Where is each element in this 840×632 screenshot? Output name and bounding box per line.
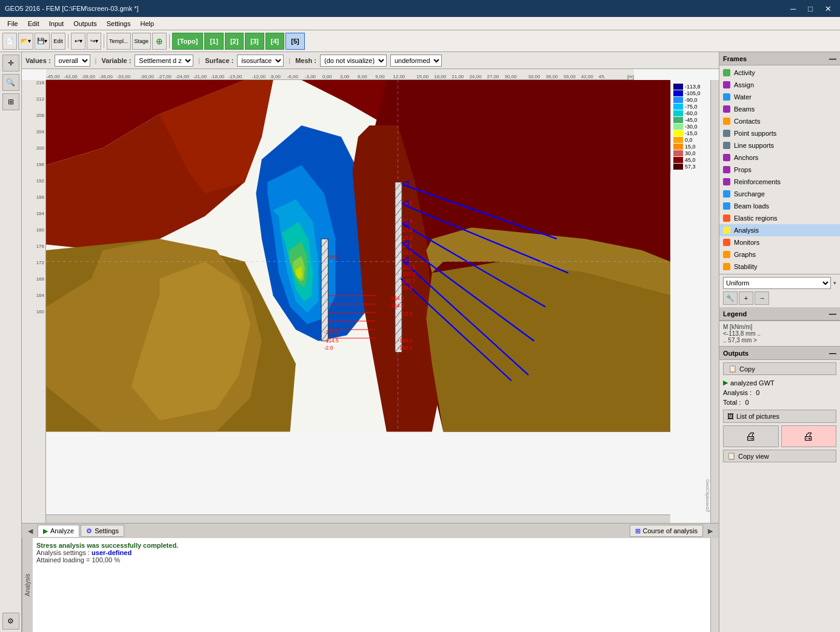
stage-5-button[interactable]: [5] (285, 33, 304, 50)
frame-label: Water (734, 93, 752, 101)
menu-help[interactable]: Help (135, 19, 159, 28)
legend-collapse-button[interactable]: — (829, 310, 836, 318)
frame-label: Monitors (734, 239, 759, 246)
svg-text:-127.7: -127.7 (401, 278, 415, 284)
frame-item-graphs[interactable]: Graphs (719, 248, 840, 261)
stage-2-button[interactable]: [2] (225, 33, 244, 50)
frame-item-monitors[interactable]: Monitors (719, 236, 840, 248)
values-select[interactable]: overall (55, 55, 90, 67)
uniform-tool-2[interactable]: + (739, 291, 753, 305)
frame-label: Stability (734, 263, 758, 270)
window-controls[interactable]: ─ □ ✕ (787, 3, 835, 15)
sep3 (169, 34, 170, 48)
frames-title: Frames (723, 55, 747, 62)
svg-text:-16.3: -16.3 (401, 250, 412, 256)
print-red-button[interactable]: 🖨 (781, 425, 837, 447)
frames-collapse-button[interactable]: — (829, 55, 836, 63)
frame-item-reinforcements[interactable]: Reinforcements (719, 176, 840, 188)
frame-item-water[interactable]: Water (719, 91, 840, 103)
redo-button[interactable]: ↪▾ (87, 33, 101, 50)
zoom-tool[interactable]: 🔍 (2, 74, 19, 91)
frame-item-beams[interactable]: Beams (719, 103, 840, 115)
scroll-horizontal[interactable] (46, 514, 670, 523)
outputs-title: Outputs (723, 350, 748, 357)
deform-select[interactable]: undeformed (390, 55, 442, 67)
log-line-2: Analysis settings : user-defined (36, 549, 707, 556)
minimize-button[interactable]: ─ (787, 3, 799, 15)
new-button[interactable]: 📄 (2, 33, 17, 50)
uniform-tool-1[interactable]: 🔧 (723, 291, 738, 305)
scroll-log[interactable] (710, 538, 719, 632)
stage-4-button[interactable]: [4] (265, 33, 284, 50)
frame-item-activity[interactable]: Activity (719, 67, 840, 79)
frame-item-line-supports[interactable]: Line supports (719, 139, 840, 151)
analyzed-gwt-row[interactable]: ▶ analyzed GWT (719, 378, 840, 388)
frame-item-anchors[interactable]: Anchors (719, 151, 840, 164)
surface-select[interactable]: isosurface (237, 55, 284, 67)
frame-color-dot (723, 81, 730, 88)
fit-tool[interactable]: ⊞ (2, 93, 19, 110)
pointer-tool[interactable]: ✛ (2, 55, 19, 72)
frame-item-props[interactable]: Props (719, 164, 840, 176)
legend-line3: .. 57,3 mm > (723, 337, 836, 344)
menu-file[interactable]: File (2, 19, 23, 28)
frame-color-dot (723, 202, 730, 210)
maximize-button[interactable]: □ (804, 3, 816, 15)
menu-input[interactable]: Input (44, 19, 68, 28)
outputs-panel-header: Outputs — (719, 347, 840, 360)
analyze-icon: ▶ (43, 527, 48, 535)
add-stage-button[interactable]: ⊕ (152, 33, 167, 50)
frame-item-surcharge[interactable]: Surcharge (719, 188, 840, 200)
list-pictures-row: 🖼 List of pictures (723, 410, 836, 423)
frame-item-stability[interactable]: Stability (719, 261, 840, 273)
tab-analyze[interactable]: ▶ Analyze (38, 525, 79, 537)
uniform-tool-3[interactable]: → (755, 291, 769, 305)
center-area: Values : overall | Variable : Settlement… (22, 52, 719, 632)
mesh-label: Mesh : (295, 57, 316, 64)
analysis-stat: Analysis : 0 (719, 388, 840, 397)
stage-button[interactable]: Stage (132, 33, 152, 50)
menu-edit[interactable]: Edit (23, 19, 44, 28)
svg-text:-23.3: -23.3 (401, 311, 412, 317)
variable-select[interactable]: Settlement d z (135, 55, 193, 67)
mesh-select[interactable]: (do not visualize) (320, 55, 387, 67)
tab-settings[interactable]: ⚙ Settings (81, 525, 124, 537)
undo-button[interactable]: ↩▾ (71, 33, 85, 50)
svg-text:-164.9: -164.9 (390, 295, 404, 301)
svg-text:-19.5: -19.5 (401, 200, 412, 206)
outputs-collapse-button[interactable]: — (829, 349, 836, 358)
settings-tool[interactable]: ⚙ (2, 613, 19, 630)
print-button[interactable]: 🖨 (723, 425, 779, 447)
tab-course-of-analysis[interactable]: ⊞ Course of analysis (630, 525, 704, 537)
sep2 (104, 34, 104, 48)
menu-outputs[interactable]: Outputs (68, 19, 102, 28)
list-pictures-button[interactable]: 🖼 List of pictures (723, 410, 836, 423)
frame-item-contacts[interactable]: Contacts (719, 115, 840, 127)
frame-label: Elastic regions (734, 215, 778, 222)
template-button[interactable]: Templ... (107, 33, 131, 50)
uniform-select[interactable]: Uniform (723, 277, 831, 289)
sep1 (68, 34, 68, 48)
open-button[interactable]: 📂▾ (18, 33, 33, 50)
stage-3-button[interactable]: [3] (245, 33, 264, 50)
edit-button[interactable]: Edit (51, 33, 65, 50)
frame-item-analysis[interactable]: Analysis (719, 224, 840, 236)
frame-item-beam-loads[interactable]: Beam loads (719, 200, 840, 212)
copy-button[interactable]: 📋 Copy (723, 362, 836, 375)
analysis-viewport: -19.5 -34.9 -17.8 -17.8 -17.1 -16.3 -6.5… (46, 80, 670, 432)
frame-color-dot (723, 178, 730, 185)
frame-item-assign[interactable]: Assign (719, 79, 840, 91)
frame-item-point-supports[interactable]: Point supports (719, 127, 840, 139)
stage-1-button[interactable]: [1] (204, 33, 223, 50)
menu-settings[interactable]: Settings (102, 19, 136, 28)
frame-item-elastic-regions[interactable]: Elastic regions (719, 212, 840, 224)
save-button[interactable]: 💾▾ (35, 33, 50, 50)
close-button[interactable]: ✕ (821, 3, 835, 15)
log-line-3: Attained loading = 100,00 % (36, 556, 707, 564)
svg-text:-20.8: -20.8 (401, 285, 412, 291)
copy-view-button[interactable]: 📋 Copy view (723, 450, 836, 462)
svg-text:-196.2: -196.2 (398, 338, 413, 344)
stage-topo-button[interactable]: [Topo] (172, 33, 203, 50)
scroll-vertical[interactable] (710, 80, 719, 523)
frame-color-dot (723, 263, 730, 270)
